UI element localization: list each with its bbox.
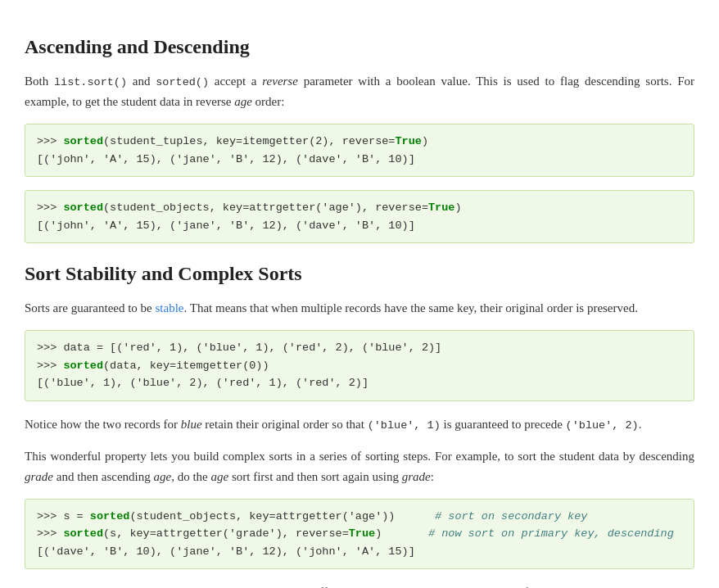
complex-sorts-paragraph: This wonderful property lets you build c… <box>25 446 694 487</box>
italic-grade-2: grade <box>402 470 431 483</box>
intro-paragraph: Both list.sort() and sorted() accept a r… <box>25 71 694 112</box>
italic-age-1: age <box>234 95 252 108</box>
italic-age-2: age <box>153 470 171 483</box>
heading-sort-stability: Sort Stability and Complex Sorts <box>25 263 694 285</box>
italic-age-3: age <box>210 470 228 483</box>
italic-reverse: reverse <box>262 75 298 88</box>
notice-paragraph: Notice how the two records for blue reta… <box>25 414 694 435</box>
heading-ascending-descending: Ascending and Descending <box>25 36 694 58</box>
section-sort-stability: Sort Stability and Complex Sorts Sorts a… <box>25 263 694 588</box>
code-block-3: >>> data = [('red', 1), ('blue', 1), ('r… <box>25 330 694 401</box>
stable-link[interactable]: stable <box>156 301 184 314</box>
italic-blue: blue <box>181 418 202 431</box>
code-list-sort: list.sort() <box>54 76 127 88</box>
stability-intro-paragraph: Sorts are guaranteed to be stable. That … <box>25 298 694 319</box>
code-blue-1: ('blue', 1) <box>368 419 441 432</box>
code-block-4: >>> s = sorted(student_objects, key=attr… <box>25 499 694 570</box>
code-block-1: >>> sorted(student_tuples, key=itemgette… <box>25 124 694 177</box>
section-ascending-descending: Ascending and Descending Both list.sort(… <box>25 36 694 243</box>
italic-grade-1: grade <box>25 470 53 483</box>
code-sorted: sorted() <box>156 76 209 88</box>
code-blue-2: ('blue', 2) <box>566 419 639 432</box>
timsort-paragraph: The Timsort algorithm used in Python doe… <box>25 582 694 588</box>
code-block-2: >>> sorted(student_objects, key=attrgett… <box>25 190 694 243</box>
